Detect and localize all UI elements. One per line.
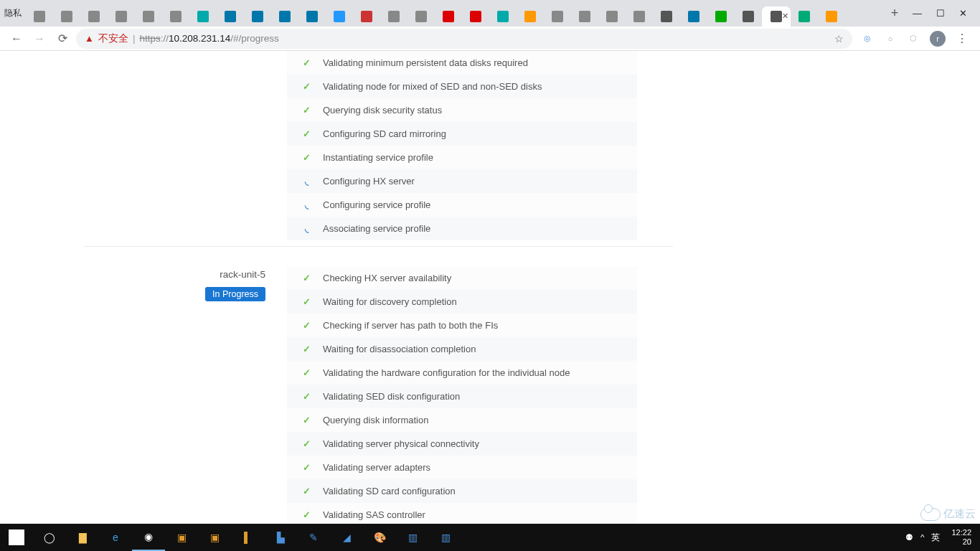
favicon (715, 11, 727, 22)
node-name: rack-unit-5 (85, 269, 265, 280)
extension-icon[interactable]: ◎ (861, 32, 874, 45)
app-icon[interactable]: ▙ (264, 524, 297, 551)
browser-tab[interactable] (407, 6, 435, 27)
favicon (497, 11, 509, 22)
task-row: ✓Validating SED disk configuration (287, 385, 637, 408)
browser-tab[interactable] (653, 6, 680, 27)
start-button[interactable]: ⊞ (0, 524, 33, 551)
favicon (306, 11, 318, 22)
window-maximize-button[interactable]: ☐ (936, 8, 945, 19)
app-icon[interactable]: ◢ (330, 524, 363, 551)
task-text: Validating node for mixed of SED and non… (317, 81, 542, 92)
browser-tab[interactable] (544, 6, 571, 27)
favicon (688, 11, 699, 22)
extension-icon[interactable]: ○ (884, 32, 897, 45)
browser-tab[interactable] (818, 6, 845, 27)
omnibox-separator: | (133, 33, 136, 44)
browser-tab[interactable] (217, 6, 244, 27)
browser-tab[interactable] (162, 6, 189, 27)
browser-tab[interactable] (80, 6, 108, 27)
app-icon[interactable]: ▣ (165, 524, 198, 551)
app-icon[interactable]: ✎ (297, 524, 330, 551)
ime-indicator[interactable]: 英 (931, 532, 940, 543)
app-icon[interactable]: ▌ (231, 524, 264, 551)
task-text: Validating SED disk configuration (317, 391, 460, 402)
ie-icon[interactable]: e (99, 524, 132, 551)
node-header: rack-unit-5 In Progress (85, 266, 287, 301)
file-explorer-icon[interactable]: ▇ (66, 524, 99, 551)
check-icon: ✓ (296, 367, 317, 378)
incognito-label: 隐私 (4, 8, 22, 19)
node-block: rack-unit-5 In Progress ✓Checking HX ser… (85, 266, 673, 524)
taskbar-clock[interactable]: 12:22 20 (947, 528, 976, 546)
task-row: ✓Waiting for discovery completion (287, 290, 637, 314)
browser-tab[interactable] (108, 6, 135, 27)
browser-tab[interactable] (26, 6, 53, 27)
task-row: ✓Validating the hardware configuration f… (287, 361, 637, 385)
browser-tab[interactable] (135, 6, 162, 27)
url-text: https://10.208.231.14/#/progress (139, 33, 278, 44)
browser-tab[interactable] (791, 6, 818, 27)
browser-tab[interactable] (517, 6, 544, 27)
browser-tab[interactable] (598, 6, 626, 27)
task-row: ✓Validating SD card configuration (287, 479, 637, 503)
chrome-menu-button[interactable]: ⋮ (956, 32, 969, 45)
clock-date: 20 (951, 537, 971, 547)
browser-tab[interactable] (735, 6, 762, 27)
extension-icons: ◎ ○ ⬡ r ⋮ (857, 31, 973, 47)
browser-tab[interactable] (353, 6, 380, 27)
browser-tab[interactable] (489, 6, 517, 27)
browser-tab[interactable] (298, 6, 326, 27)
tray-up-icon[interactable]: ^ (920, 533, 924, 542)
window-minimize-button[interactable]: — (913, 8, 922, 19)
check-icon: ✓ (296, 57, 317, 68)
browser-tab[interactable] (680, 6, 707, 27)
favicon (197, 11, 209, 22)
browser-tab[interactable] (326, 6, 353, 27)
favicon (826, 11, 837, 22)
favicon (552, 11, 563, 22)
browser-tab[interactable] (271, 6, 298, 27)
task-text: Querying disk information (317, 415, 428, 425)
favicon (798, 11, 810, 22)
people-icon[interactable]: ⚉ (905, 532, 913, 542)
app-icon[interactable]: 🎨 (363, 524, 396, 551)
check-icon: ✓ (296, 152, 317, 163)
new-tab-button[interactable]: + (885, 4, 904, 23)
back-button[interactable]: ← (7, 29, 26, 48)
task-text: Configuring HX server (317, 176, 415, 187)
task-text: Associating service profile (317, 223, 430, 234)
browser-tab[interactable] (189, 6, 217, 27)
browser-toolbar: ← → ⟳ ▲ 不安全 | https://10.208.231.14/#/pr… (0, 27, 980, 51)
profile-avatar[interactable]: r (930, 31, 946, 47)
task-row: ✓Waiting for disassociation completion (287, 337, 637, 361)
forward-button[interactable]: → (30, 29, 49, 48)
browser-tab[interactable] (707, 6, 735, 27)
check-icon: ✓ (296, 320, 317, 331)
window-close-button[interactable]: ✕ (959, 8, 967, 19)
browser-tab[interactable] (462, 6, 489, 27)
browser-tab[interactable] (626, 6, 653, 27)
task-row: ◟Associating service profile (287, 217, 637, 240)
browser-tab[interactable] (571, 6, 598, 27)
app-icon[interactable]: ▣ (198, 524, 231, 551)
app-icon[interactable]: ▥ (396, 524, 429, 551)
page-viewport[interactable]: ✓Validating minimum persistent data disk… (0, 51, 980, 524)
browser-tab[interactable] (244, 6, 271, 27)
browser-tab[interactable] (380, 6, 407, 27)
bookmark-star-icon[interactable]: ☆ (834, 33, 844, 44)
address-bar[interactable]: ▲ 不安全 | https://10.208.231.14/#/progress… (76, 29, 852, 49)
browser-tab[interactable] (53, 6, 80, 27)
favicon (415, 11, 427, 22)
chrome-icon[interactable]: ◉ (132, 524, 165, 551)
tab-close-icon[interactable]: ✕ (782, 11, 788, 21)
browser-tab[interactable] (435, 6, 462, 27)
extension-icon[interactable]: ⬡ (907, 32, 920, 45)
app-icon[interactable]: ▥ (429, 524, 462, 551)
spinner-icon: ◟ (296, 199, 317, 210)
clock-time: 12:22 (951, 528, 971, 537)
browser-tab[interactable]: ✕ (762, 6, 791, 27)
cortana-button[interactable]: ◯ (33, 524, 66, 551)
favicon (279, 11, 291, 22)
reload-button[interactable]: ⟳ (53, 29, 72, 48)
